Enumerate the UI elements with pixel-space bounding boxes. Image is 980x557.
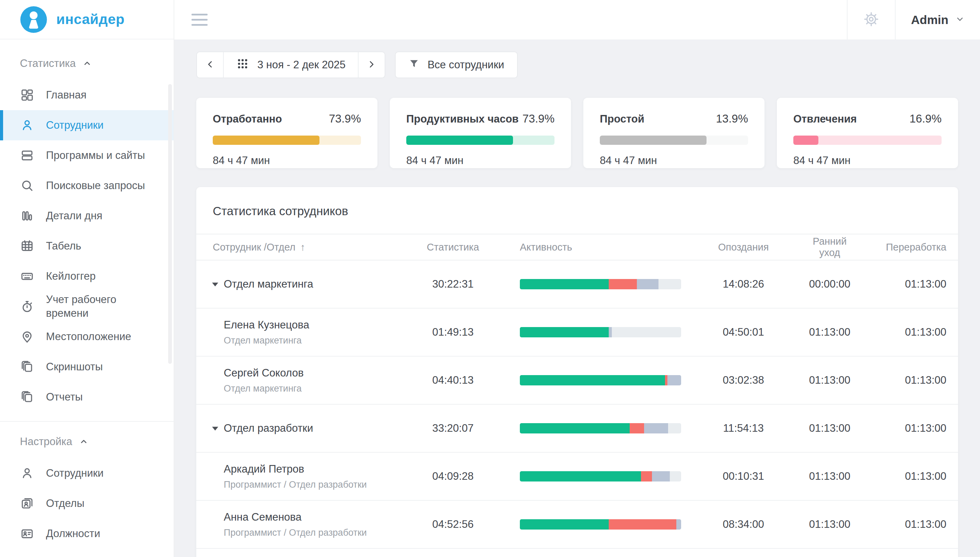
keylogger-icon: [20, 269, 34, 283]
collapse-caret-icon[interactable]: [212, 283, 218, 287]
sidebar-item-label: Поисковые запросы: [46, 179, 158, 192]
brand-name: инсайдер: [56, 11, 125, 28]
row-late: 00:10:31: [683, 470, 804, 482]
stat-card-hours: 84 ч 47 мин: [406, 155, 554, 167]
row-early-leave: 01:13:00: [804, 374, 855, 386]
column-late[interactable]: Опоздания: [683, 242, 804, 253]
sidebar-item-timesheet-0[interactable]: Табель: [0, 231, 174, 261]
sidebar-item-label: Отделы: [46, 497, 97, 510]
sidebar-item-label: Местоположение: [46, 330, 143, 344]
row-name[interactable]: Анна Семенова: [224, 511, 398, 523]
sidebar-item-departments-1[interactable]: Отделы: [0, 489, 174, 519]
activity-segment-idle: [637, 279, 658, 289]
section-label-text: Настройка: [20, 435, 72, 448]
sidebar-item-apps-0[interactable]: Программы и сайты: [0, 140, 174, 171]
sidebar-item-screenshots-0[interactable]: Скриншоты: [0, 352, 174, 382]
sidebar-item-user-1[interactable]: Сотрудники: [0, 458, 174, 489]
sidebar-item-keylogger-0[interactable]: Кейлоггер: [0, 261, 174, 292]
activity-bar: [520, 327, 681, 337]
gear-icon: [863, 11, 879, 29]
hamburger-menu-icon[interactable]: [192, 14, 208, 26]
row-name[interactable]: Сергей Соколов: [224, 367, 398, 379]
sidebar-item-search-0[interactable]: Поисковые запросы: [0, 171, 174, 201]
row-name[interactable]: Елена Кузнецова: [224, 319, 398, 331]
row-subtitle: Программист / Отдел разработки: [224, 479, 398, 490]
row-name[interactable]: Отдел маркетинга: [224, 278, 398, 290]
activity-segment-distraction: [630, 423, 644, 433]
activity-bar: [520, 519, 681, 529]
sidebar: инсайдер СтатистикаГлавнаяСотрудникиПрог…: [0, 0, 174, 557]
table-row-employee[interactable]: Анна СеменоваПрограммист / Отдел разрабо…: [196, 501, 958, 549]
sidebar-section-label[interactable]: Настройка: [0, 435, 174, 448]
row-name[interactable]: Аркадий Петров: [224, 463, 398, 475]
sidebar-item-label: Скриншоты: [46, 360, 115, 374]
row-overtime: 01:13:00: [855, 326, 958, 339]
departments-icon: [20, 496, 34, 511]
stat-card-title: Продуктивных часов: [406, 113, 518, 125]
sidebar-section-label[interactable]: Статистика: [0, 57, 174, 70]
table-row-employee[interactable]: Елена КузнецоваОтдел маркетинга 01:49:13…: [196, 308, 958, 357]
column-early-leave[interactable]: Ранний уход: [804, 236, 855, 259]
column-statistics[interactable]: Статистика: [398, 242, 508, 253]
activity-bar: [520, 471, 681, 482]
activity-segment-productive: [520, 375, 665, 385]
topbar: Admin: [174, 0, 980, 39]
chevron-down-icon: [955, 15, 965, 25]
activity-segment-productive: [520, 279, 609, 289]
table-row-employee[interactable]: Аркадий ПетровПрограммист / Отдел разраб…: [196, 453, 958, 501]
dashboard-icon: [20, 88, 34, 102]
stat-card-hours: 84 ч 47 мин: [213, 155, 361, 167]
stat-card-progressbar: [793, 135, 941, 145]
sidebar-item-location-0[interactable]: Местоположение: [0, 322, 174, 352]
date-range-button[interactable]: 3 ноя - 2 дек 2025: [223, 52, 359, 78]
table-row-department[interactable]: Отдел разработки 33:20:07 11:54:13 01:13…: [196, 405, 958, 453]
activity-segment-productive: [520, 471, 641, 482]
row-early-leave: 01:13:00: [804, 470, 855, 482]
user-icon: [20, 118, 34, 132]
chevron-up-icon: [79, 437, 88, 446]
stat-cards: Отработанно 73.9% 84 ч 47 мин Продуктивн…: [196, 98, 958, 168]
row-name[interactable]: Отдел разработки: [224, 422, 398, 435]
settings-button[interactable]: [847, 0, 895, 39]
sidebar-item-user-0[interactable]: Сотрудники: [0, 110, 174, 140]
table-row-department[interactable]: Отдел маркетинга 30:22:31 14:08:26 00:00…: [196, 261, 958, 308]
sidebar-item-time-tracking-0[interactable]: Учет рабочего времени: [0, 292, 174, 322]
stat-card-1: Продуктивных часов 73.9% 84 ч 47 мин: [390, 98, 571, 168]
app-root: инсайдер СтатистикаГлавнаяСотрудникиПрог…: [0, 0, 980, 557]
column-employee[interactable]: Сотрудник /Отдел ↑: [196, 242, 398, 253]
activity-segment-idle: [652, 471, 670, 482]
user-icon: [20, 466, 34, 480]
toolbar: 3 ноя - 2 дек 2025 Все сотрудники: [196, 52, 958, 78]
activity-segment-productive: [520, 327, 609, 337]
table-header: Сотрудник /Отдел ↑ Статистика Активность…: [196, 234, 958, 261]
column-overtime[interactable]: Переработка: [855, 242, 958, 253]
activity-segment-idle: [644, 423, 668, 433]
sidebar-scrollbar[interactable]: [168, 84, 172, 364]
employee-filter-button[interactable]: Все сотрудники: [395, 52, 518, 78]
activity-bar: [520, 423, 681, 433]
stat-card-progressbar: [600, 135, 748, 145]
activity-segment-productive: [520, 519, 609, 529]
section-label-text: Статистика: [20, 57, 76, 70]
sidebar-nav: СтатистикаГлавнаяСотрудникиПрограммы и с…: [0, 39, 174, 557]
sidebar-item-label: Программы и сайты: [46, 148, 158, 162]
sidebar-item-day-details-0[interactable]: Детали дня: [0, 201, 174, 231]
row-late: 11:54:13: [683, 422, 804, 435]
sidebar-item-label: Должности: [46, 527, 112, 541]
logo[interactable]: инсайдер: [0, 0, 174, 39]
user-menu[interactable]: Admin: [895, 0, 980, 39]
sidebar-item-reports-0[interactable]: Отчеты: [0, 382, 174, 412]
column-activity[interactable]: Активность: [508, 242, 683, 253]
row-late: 14:08:26: [683, 278, 804, 290]
table-row-employee[interactable]: Сергей СоколовОтдел маркетинга 04:40:13 …: [196, 357, 958, 405]
collapse-caret-icon[interactable]: [212, 427, 218, 431]
next-period-button[interactable]: [359, 52, 385, 78]
sidebar-item-positions-1[interactable]: Должности: [0, 519, 174, 549]
sidebar-item-dashboard-0[interactable]: Главная: [0, 80, 174, 110]
search-icon: [20, 178, 34, 193]
chevron-up-icon: [83, 59, 92, 68]
chevron-left-icon: [206, 60, 215, 70]
row-statistics: 01:49:13: [398, 326, 508, 339]
prev-period-button[interactable]: [197, 52, 223, 78]
activity-segment-productive: [520, 423, 630, 433]
